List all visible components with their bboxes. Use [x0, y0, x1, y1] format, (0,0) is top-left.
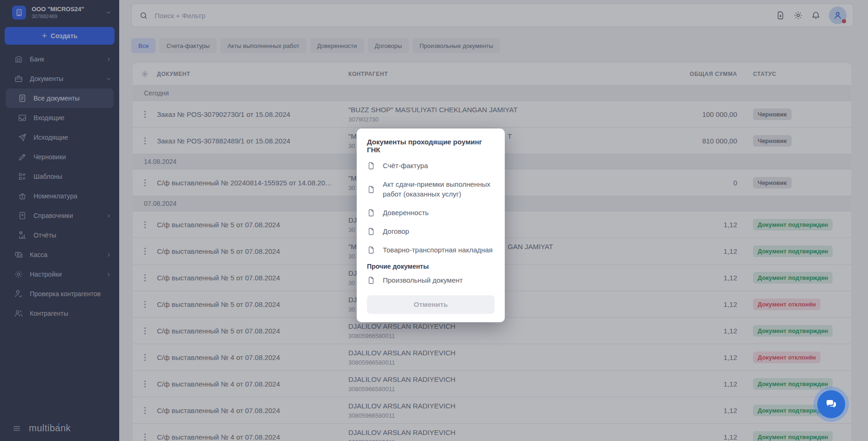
modal-item-label: Доверенность — [383, 208, 429, 217]
create-document-modal: Документы проходящие роуминг ГНК Счёт-фа… — [357, 129, 505, 322]
modal-document-type-item[interactable]: Договор — [367, 222, 495, 241]
modal-roaming-items: Счёт-фактура Акт сдачи-приемки выполненн… — [367, 156, 495, 260]
modal-item-label: Произвольный документ — [383, 276, 463, 285]
document-file-icon — [367, 227, 375, 236]
modal-item-label: Счёт-фактура — [383, 161, 428, 170]
document-file-icon — [367, 246, 375, 254]
modal-item-label: Товарно-транспортная накладная — [383, 245, 493, 255]
modal-document-type-item[interactable]: Доверенность — [367, 204, 495, 222]
modal-item-label: Акт сдачи-приемки выполненных работ (ока… — [383, 180, 495, 199]
modal-document-type-item[interactable]: Товарно-транспортная накладная — [367, 241, 495, 259]
modal-other-items: Произвольный документ — [367, 271, 495, 290]
chat-bubbles-icon — [817, 390, 845, 418]
modal-title: Документы проходящие роуминг ГНК — [367, 138, 495, 154]
modal-document-type-item[interactable]: Счёт-фактура — [367, 156, 495, 175]
document-file-icon — [367, 162, 375, 170]
document-file-icon — [367, 276, 375, 285]
chat-support-button[interactable] — [814, 387, 849, 422]
modal-document-type-item[interactable]: Акт сдачи-приемки выполненных работ (ока… — [367, 175, 495, 204]
modal-section-title: Прочие документы — [367, 263, 495, 270]
document-file-icon — [367, 185, 375, 194]
modal-document-type-item[interactable]: Произвольный документ — [367, 271, 495, 290]
document-file-icon — [367, 209, 375, 217]
modal-item-label: Договор — [383, 227, 409, 236]
cancel-button[interactable]: Отменить — [367, 295, 495, 314]
app-root: ООО "MICROS24" 307882489 + Создать Банк … — [0, 0, 868, 441]
